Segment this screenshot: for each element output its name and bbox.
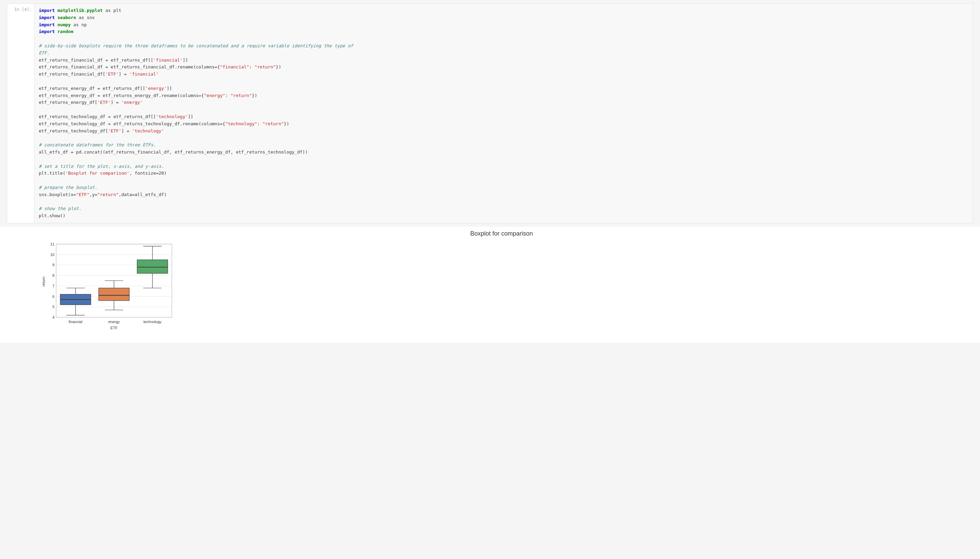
as-kw3: as (74, 22, 79, 27)
y-tick-4: 4 (53, 315, 54, 319)
cell-code-content: import matplotlib.pyplot as plt import s… (35, 4, 973, 223)
plot-container: 11 10 9 8 7 6 5 4 return (27, 241, 976, 336)
code-title: plt.title('Boxplot for comparison', font… (39, 170, 167, 176)
y-axis-label: return (41, 277, 46, 287)
code-tech2: etf_returns_technology_df = etf_returns_… (39, 121, 289, 126)
comment-show: # show the plot. (39, 206, 81, 211)
code-financial1: etf_returns_financial_df = etf_returns_d… (39, 58, 188, 63)
y-tick-7: 7 (53, 284, 54, 288)
y-tick-5: 5 (53, 305, 54, 309)
code-show: plt.show() (39, 213, 65, 218)
as-kw2: as (79, 15, 84, 20)
code-energy3: etf_returns_energy_df['ETF'] = 'energy' (39, 100, 143, 105)
x-label-financial: financial (69, 320, 82, 324)
comment-line1b: ETF. (39, 50, 49, 56)
y-tick-11: 11 (50, 242, 54, 246)
code-concat: all_etfs_df = pd.concat((etf_returns_fin… (39, 149, 308, 155)
tech-box (137, 260, 168, 273)
code-block: import matplotlib.pyplot as plt import s… (39, 7, 969, 220)
x-label-energy: energy (108, 320, 120, 324)
x-label-technology: technology (143, 320, 162, 324)
code-energy1: etf_returns_energy_df = etf_returns_df[[… (39, 86, 172, 91)
code-financial2: etf_returns_financial_df = etf_returns_f… (39, 64, 281, 69)
y-tick-10: 10 (50, 253, 54, 257)
cell-label: In [4]: (7, 4, 35, 223)
code-energy2: etf_returns_energy_df = etf_returns_ener… (39, 93, 257, 98)
kw-import2: import (39, 15, 55, 20)
lib-seaborn: seaborn (58, 15, 76, 20)
comment-boxplot: # prepare the boxplot. (39, 185, 97, 190)
alias-plt: plt (113, 8, 121, 13)
code-tech3: etf_returns_technology_df['ETF'] = 'tech… (39, 128, 164, 134)
kw-import4: import (39, 29, 55, 34)
chart-area: 11 10 9 8 7 6 5 4 return (41, 241, 177, 336)
cell-output: Boxplot for comparison (0, 227, 980, 343)
plot-title: Boxplot for comparison (27, 230, 976, 237)
code-financial3: etf_returns_financial_df['ETF'] = 'finan… (39, 71, 158, 77)
alias-np: np (81, 22, 87, 27)
code-tech1: etf_returns_technology_df = etf_returns_… (39, 114, 193, 119)
kw-import1: import (39, 8, 55, 13)
cell-input-label: In [4]: (14, 7, 31, 12)
code-cell: In [4]: import matplotlib.pyplot as plt … (7, 3, 973, 223)
comment-concat: # concatenate dataframes for the three E… (39, 142, 156, 147)
y-tick-8: 8 (53, 273, 54, 278)
y-tick-6: 6 (53, 294, 54, 299)
alias-sns: sns (87, 15, 95, 20)
code-boxplot: sns.boxplot(x="ETF",y="return",data=all_… (39, 192, 167, 197)
kw-import3: import (39, 22, 55, 27)
comment-line1: # side-by-side boxplots require the thre… (39, 43, 353, 48)
comment-title: # set a title for the plot, x-axis, and … (39, 164, 164, 169)
lib-matplotlib: matplotlib.pyplot (58, 8, 103, 13)
lib-numpy: numpy (58, 22, 71, 27)
as-kw1: as (106, 8, 111, 13)
y-tick-9: 9 (53, 263, 54, 267)
lib-random: random (58, 29, 74, 34)
energy-box (99, 288, 129, 301)
boxplot-svg: 11 10 9 8 7 6 5 4 return (41, 241, 177, 336)
x-axis-label: ETF (111, 326, 118, 330)
